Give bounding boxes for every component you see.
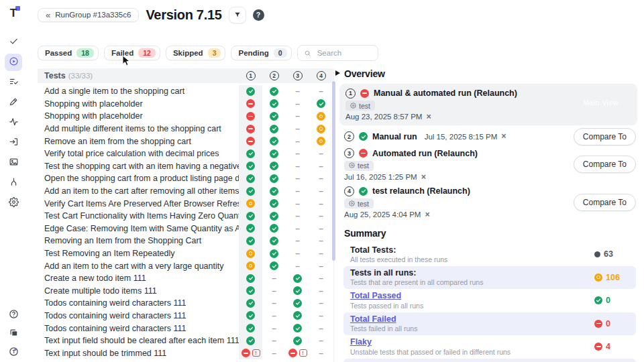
table-row[interactable]: Open the shopping cart from a product li… — [38, 172, 333, 185]
status-cell: ! — [286, 347, 309, 359]
overview-run-1[interactable]: 1Manual & automated run (Relaunch)testAu… — [339, 84, 637, 125]
back-to-rungroup-button[interactable]: « RunGroup #13a335c6 — [38, 8, 139, 22]
help-button[interactable]: ? — [253, 9, 264, 21]
filter-chip-pending[interactable]: Pending0 — [231, 46, 291, 60]
passed-status-icon — [246, 274, 255, 283]
no-run-dash: – — [272, 311, 276, 320]
table-row[interactable]: Removing an Item from the Shopping Cart–… — [38, 235, 333, 247]
status-cell: – — [262, 347, 286, 359]
table-row[interactable]: Add multiple different items to the shop… — [38, 123, 333, 135]
sidebar-item-account[interactable]: T — [5, 344, 22, 361]
comment-indicator-icon[interactable]: ! — [299, 349, 307, 357]
overview-run-3[interactable]: 3Automated run (Relaunch)testJul 16, 202… — [344, 148, 636, 182]
status-cell — [239, 110, 262, 123]
table-row[interactable]: Create a new todo item 111–– — [38, 272, 333, 285]
remove-run-icon[interactable]: × — [501, 132, 506, 141]
circled-number-icon: 3 — [344, 148, 354, 158]
status-pass — [293, 299, 302, 308]
table-row[interactable]: Test Cart Functionality with Items Havin… — [38, 210, 333, 223]
no-run-dash: – — [295, 124, 300, 133]
table-row[interactable]: Test the shopping cart with an item havi… — [38, 160, 333, 173]
table-row[interactable]: Text input should be trimmed 111!–!– — [38, 347, 333, 359]
overview-run-4[interactable]: 4test relaunch (Relaunch)testAug 25, 202… — [344, 186, 636, 219]
search-input[interactable] — [316, 48, 372, 58]
status-cell — [239, 285, 262, 298]
sidebar-item-projects[interactable] — [5, 325, 22, 343]
column-header-run-2[interactable]: 2 — [262, 71, 286, 80]
compare-to-button[interactable]: Compare To — [574, 194, 636, 211]
sidebar-item-runs-check[interactable] — [5, 34, 22, 51]
compare-to-button[interactable]: Compare To — [574, 128, 636, 145]
filter-chip-failed[interactable]: Failed12 — [104, 46, 160, 60]
no-run-dash: – — [319, 336, 323, 345]
app-logo[interactable]: T — [5, 5, 21, 21]
table-row[interactable]: Add an item to the cart after removing a… — [38, 185, 333, 198]
filter-chip-passed[interactable]: Passed18 — [38, 46, 99, 60]
table-row[interactable]: Remove an item from the shopping cart– — [38, 135, 333, 147]
remove-run-icon[interactable]: × — [421, 173, 426, 182]
status-cell: – — [309, 85, 333, 98]
column-header-run-4[interactable]: 4 — [309, 71, 333, 80]
remove-run-icon[interactable]: × — [425, 210, 429, 219]
no-run-dash: – — [319, 199, 323, 208]
passed-status-icon — [359, 132, 368, 141]
sidebar: T T — [0, 0, 27, 362]
column-header-run-1[interactable]: 1 — [239, 71, 262, 80]
status-cell: – — [309, 335, 333, 347]
sidebar-item-test-plans[interactable] — [5, 74, 22, 91]
overview-run-2[interactable]: 2Manual runJul 15, 2025 8:15 PM×Compare … — [344, 130, 636, 143]
status-cell: – — [309, 322, 333, 335]
compare-to-button[interactable]: Compare To — [574, 156, 636, 173]
sidebar-item-settings[interactable] — [5, 194, 22, 212]
table-row[interactable]: Todos containing weird characters 111–– — [38, 297, 333, 310]
table-row[interactable]: Create multiple todo items 111–– — [38, 285, 333, 298]
table-row[interactable]: Test Removing an Item Repeatedly–– — [38, 247, 333, 260]
summary-title[interactable]: Total Failed — [350, 314, 594, 324]
table-row[interactable]: Shopping with placeholder– — [38, 98, 333, 111]
summary-desc: Tests passed in all runs — [350, 302, 594, 310]
no-run-dash: – — [295, 261, 300, 271]
collapse-triangle-icon[interactable] — [335, 70, 340, 76]
table-row[interactable]: Edge Case: Removing Item with Same Quant… — [38, 223, 333, 235]
summary-row: Total FailedTests failed in all runs0 — [343, 312, 636, 335]
table-row[interactable]: Todos containing weird characters 111–– — [38, 310, 333, 322]
column-header-run-3[interactable]: 3 — [286, 71, 309, 80]
test-name: Add a single item to the shopping cart — [44, 85, 239, 98]
summary-title[interactable]: Total Passed — [350, 291, 594, 300]
sidebar-item-gallery[interactable] — [5, 154, 22, 172]
table-row[interactable]: Verify Cart Items Are Preserved After Br… — [38, 197, 333, 210]
table-row[interactable]: Add a single item to the shopping cart–– — [38, 85, 333, 98]
table-row[interactable]: Add an item to the cart with a very larg… — [38, 259, 333, 272]
table-row[interactable]: Text input field should be cleared after… — [38, 335, 333, 347]
comment-indicator-icon[interactable]: ! — [252, 349, 260, 357]
sidebar-item-branches[interactable] — [5, 174, 22, 192]
passed-status-icon — [270, 174, 278, 183]
sidebar-item-import[interactable] — [5, 134, 22, 152]
table-row[interactable]: Verify total price calculation with deci… — [38, 147, 333, 160]
no-run-dash: – — [295, 174, 300, 183]
status-pass — [270, 125, 278, 133]
sidebar-item-design[interactable] — [5, 94, 22, 111]
status-cell — [239, 259, 262, 272]
table-row[interactable]: Shopping with placeholder– — [38, 110, 333, 123]
summary-title[interactable]: Flaky — [350, 337, 594, 347]
remove-run-icon[interactable]: × — [426, 113, 431, 121]
test-name: Test the shopping cart with an item havi… — [44, 160, 239, 173]
run-name: test relaunch (Relaunch) — [372, 186, 470, 196]
no-run-dash: – — [319, 149, 323, 158]
filter-button[interactable] — [229, 7, 246, 23]
no-run-dash: – — [319, 311, 323, 320]
no-run-dash: – — [295, 211, 300, 221]
app-window: T T « RunGroup #13a335c6 Version 7.15 ? … — [0, 0, 644, 362]
status-cell — [239, 98, 262, 111]
panel-scrollbar-thumb[interactable] — [332, 81, 335, 261]
activity-icon — [9, 117, 19, 129]
filter-chip-skipped[interactable]: Skipped3 — [166, 46, 226, 60]
sidebar-item-help[interactable] — [5, 306, 22, 324]
sidebar-item-analytics[interactable] — [5, 114, 22, 131]
brush-icon — [9, 97, 19, 109]
summary-count: 4 — [606, 342, 610, 351]
table-row[interactable]: Todos containing weird characters 111–– — [38, 322, 333, 335]
status-cell: – — [286, 197, 309, 210]
sidebar-item-run-play[interactable] — [5, 54, 22, 71]
